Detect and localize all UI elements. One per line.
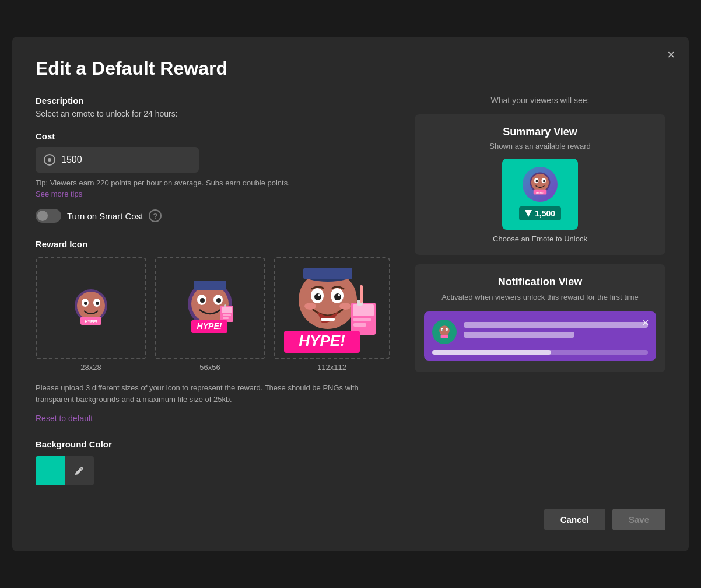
- svg-rect-15: [194, 281, 226, 290]
- svg-text:HYPE!: HYPE!: [299, 332, 345, 349]
- notification-close-icon: ✕: [642, 317, 649, 328]
- icon-slot-label-28: 28x28: [80, 363, 101, 372]
- svg-point-4: [84, 302, 87, 305]
- modal-title: Edit a Default Reward: [36, 58, 665, 79]
- cost-badge: 1,500: [519, 206, 561, 220]
- cost-icon: [44, 154, 55, 166]
- cost-badge-value: 1,500: [535, 209, 555, 218]
- modal-footer: Cancel Save: [36, 509, 665, 530]
- emote-28-container: HYPE!: [37, 258, 145, 358]
- svg-point-1: [77, 292, 105, 320]
- svg-point-44: [531, 174, 549, 191]
- cost-input-wrap: [36, 147, 199, 173]
- summary-view-subtitle: Shown as an available reward: [424, 142, 656, 150]
- icon-slot-112[interactable]: HYPE!: [274, 257, 390, 359]
- left-panel: Description Select an emote to unlock fo…: [36, 96, 396, 485]
- svg-point-52: [439, 326, 450, 336]
- reward-icon-label: Reward Icon: [36, 239, 396, 249]
- modal-overlay: × Edit a Default Reward Description Sele…: [0, 0, 701, 588]
- icon-grid: HYPE! 28x28: [36, 257, 396, 372]
- icon-slot-wrapper-112: HYPE! 112x112: [274, 257, 390, 372]
- cost-input[interactable]: [61, 155, 191, 165]
- upload-note: Please upload 3 different sizes of your …: [36, 382, 396, 405]
- description-label: Description: [36, 96, 396, 106]
- reward-caption: Choose an Emote to Unlock: [424, 235, 656, 243]
- emote-56-svg: HYPE!: [175, 274, 245, 344]
- cost-tip: Tip: Viewers earn 220 points per hour on…: [36, 178, 396, 187]
- right-panel: What your viewers will see: Summary View…: [415, 96, 665, 485]
- notification-view-title: Notification View: [424, 276, 656, 288]
- edit-reward-modal: × Edit a Default Reward Description Sele…: [12, 37, 689, 551]
- summary-reward-box: HYPE! 1,500: [502, 159, 578, 230]
- summary-view-title: Summary View: [424, 126, 656, 138]
- smart-cost-info-icon[interactable]: ?: [149, 209, 162, 222]
- notification-text-lines: [464, 322, 648, 342]
- emote-112-svg: HYPE!: [281, 262, 383, 355]
- svg-point-56: [446, 329, 447, 330]
- svg-rect-18: [224, 304, 226, 307]
- icon-slot-wrapper-56: HYPE! 56x56: [155, 257, 265, 372]
- icon-slot-28[interactable]: HYPE!: [36, 257, 146, 359]
- notification-view-subtitle: Activated when viewers unlock this rewar…: [424, 292, 656, 303]
- close-button[interactable]: ×: [667, 48, 675, 61]
- svg-point-32: [304, 303, 316, 310]
- emote-56-container: HYPE!: [156, 258, 264, 358]
- summary-view-card: Summary View Shown as an available rewar…: [415, 114, 665, 255]
- svg-point-47: [536, 180, 538, 183]
- svg-point-13: [216, 298, 221, 303]
- summary-emote-svg: HYPE!: [525, 170, 555, 199]
- svg-rect-39: [353, 323, 366, 327]
- svg-point-30: [318, 294, 320, 296]
- smart-cost-row: Turn on Smart Cost ?: [36, 209, 396, 223]
- modal-body: Description Select an emote to unlock fo…: [36, 96, 665, 485]
- smart-cost-label: Turn on Smart Cost: [67, 211, 143, 221]
- svg-rect-40: [360, 285, 363, 303]
- svg-rect-17: [222, 307, 232, 313]
- emote-28-svg: HYPE!: [68, 285, 114, 332]
- color-edit-button[interactable]: [65, 456, 94, 485]
- notification-progress-fill: [432, 350, 551, 355]
- svg-point-48: [543, 180, 545, 183]
- svg-point-55: [441, 329, 443, 330]
- notification-view-card: Notification View Activated when viewers…: [415, 264, 665, 372]
- description-text: Select an emote to unlock for 24 hours:: [36, 109, 396, 118]
- notification-row: HYPE!: [432, 320, 648, 344]
- emote-112-container: HYPE!: [275, 258, 389, 358]
- svg-point-33: [339, 303, 351, 310]
- save-button[interactable]: Save: [612, 509, 665, 530]
- svg-rect-36: [353, 304, 374, 316]
- svg-rect-34: [321, 318, 335, 321]
- icon-slot-56[interactable]: HYPE!: [155, 257, 265, 359]
- smart-cost-toggle[interactable]: [36, 209, 61, 223]
- toggle-knob: [37, 211, 48, 221]
- icon-slot-wrapper-28: HYPE! 28x28: [36, 257, 146, 372]
- svg-point-28: [314, 293, 321, 300]
- bg-color-row: [36, 456, 396, 485]
- icon-slot-label-56: 56x56: [199, 363, 220, 372]
- svg-point-31: [338, 294, 340, 296]
- viewers-label: What your viewers will see:: [415, 96, 665, 105]
- notification-progress-bar: [432, 350, 648, 355]
- cancel-button[interactable]: Cancel: [544, 509, 605, 530]
- icon-slot-label-112: 112x112: [317, 363, 346, 372]
- pencil-icon: [74, 466, 85, 476]
- notification-avatar: HYPE!: [432, 320, 457, 344]
- notification-line-2: [464, 332, 574, 338]
- notification-line-1: [464, 322, 648, 328]
- svg-text:HYPE!: HYPE!: [85, 320, 97, 324]
- svg-rect-38: [353, 318, 371, 321]
- reset-to-default-link[interactable]: Reset to default: [36, 414, 93, 423]
- summary-emote: HYPE!: [523, 167, 558, 202]
- cost-badge-icon: [525, 210, 532, 217]
- cost-label: Cost: [36, 131, 396, 141]
- svg-point-29: [334, 293, 341, 300]
- svg-point-5: [96, 302, 99, 305]
- svg-text:HYPE!: HYPE!: [197, 321, 222, 331]
- see-more-tips-link[interactable]: See more tips: [36, 190, 396, 198]
- svg-rect-25: [303, 268, 352, 279]
- notif-avatar-svg: HYPE!: [435, 323, 454, 341]
- svg-text:HYPE!: HYPE!: [442, 336, 447, 338]
- notification-preview: ✕ HY: [424, 312, 656, 360]
- svg-text:HYPE!: HYPE!: [536, 191, 544, 194]
- svg-point-12: [200, 298, 205, 303]
